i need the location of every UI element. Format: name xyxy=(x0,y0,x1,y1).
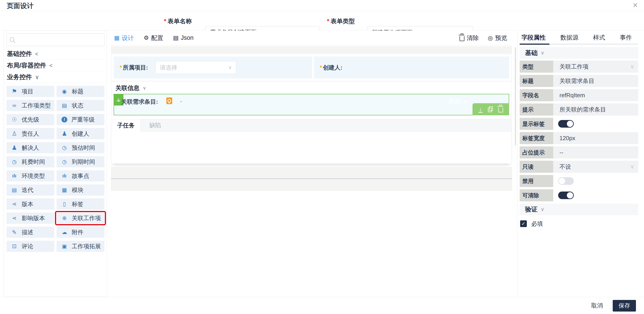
toggle-knob xyxy=(567,192,573,198)
field-label: *所属项目: xyxy=(120,64,148,71)
control-item-description[interactable]: ✎描述 xyxy=(6,227,54,238)
control-item-assignee[interactable]: ♙责任人 xyxy=(6,128,54,139)
control-label: 迭代 xyxy=(22,186,33,194)
category-layout-container-controls[interactable]: 布局/容器控件< xyxy=(4,59,107,71)
status-card-icon: ▤ xyxy=(11,187,18,193)
control-item-module[interactable]: ▦模块 xyxy=(56,184,104,196)
control-item-version[interactable]: ⋖版本 xyxy=(6,198,54,210)
control-label: 工作项拓展 xyxy=(72,243,101,250)
control-item-related-work-item[interactable]: ⊕关联工作项 xyxy=(56,213,104,224)
clock-icon: ◷ xyxy=(61,159,68,165)
prop-row-show-label: 显示标签 xyxy=(520,118,638,130)
prop-value-show-label xyxy=(553,118,638,130)
prop-row-field-name: 字段名refRqItem xyxy=(520,89,638,101)
toggle-clearable[interactable] xyxy=(558,192,574,199)
control-item-spent-time[interactable]: ◷耗费时间 xyxy=(6,156,54,167)
control-item-work-item-extension[interactable]: ▣工作项拓展 xyxy=(56,241,104,252)
prop-value-disabled xyxy=(553,175,638,187)
grid-icon: ▦ xyxy=(61,187,68,193)
control-label: 影响版本 xyxy=(22,214,45,222)
control-item-comment[interactable]: ⊡评论 xyxy=(6,241,54,252)
control-item-affected-version[interactable]: ⋖影响版本 xyxy=(6,213,54,224)
required-asterisk: * xyxy=(120,64,122,71)
save-button[interactable]: 保存 xyxy=(613,300,636,312)
related-info-group: 关联信息 ∨ ↔ ↕ 关联需求条目: - 未知 ∞ ↓ xyxy=(111,81,512,116)
category-business-controls[interactable]: 业务控件∨ xyxy=(4,71,107,83)
control-item-status[interactable]: ▤状态 xyxy=(56,100,104,111)
control-label: 标题 xyxy=(72,88,84,95)
prop-value-placeholder-hint[interactable]: -- xyxy=(553,146,638,158)
prop-value-readonly[interactable]: 不设∨ xyxy=(553,161,638,173)
prop-value-title[interactable]: 关联需求条目 xyxy=(553,75,638,87)
tab-config[interactable]: ⚙ 配置 xyxy=(144,34,163,42)
group-header[interactable]: 关联信息 ∨ xyxy=(111,81,512,95)
panel-tab-field-properties[interactable]: 字段属性 xyxy=(522,33,546,41)
control-item-priority[interactable]: ☉优先级 xyxy=(6,114,54,125)
control-item-work-item-type[interactable]: ∞工作项类型 xyxy=(6,100,54,111)
prop-text: -- xyxy=(560,149,563,156)
selected-field-value: - xyxy=(180,98,182,105)
gear-icon: ⚙ xyxy=(144,34,149,41)
field-block-creator[interactable]: *创建人: xyxy=(314,56,509,78)
prop-value-field-name[interactable]: refRqItem xyxy=(553,89,638,101)
section-basic[interactable]: 基础∨ xyxy=(520,47,638,59)
toggle-show-label[interactable] xyxy=(558,120,574,128)
required-asterisk: * xyxy=(320,64,322,71)
cancel-button[interactable]: 取消 xyxy=(591,302,603,310)
checkbox-icon[interactable]: ✓ xyxy=(520,220,527,227)
prop-value-tooltip[interactable]: 所关联的需求条目 xyxy=(553,103,638,116)
control-label: 描述 xyxy=(22,228,33,236)
control-search xyxy=(6,33,104,46)
clock-icon: ◷ xyxy=(11,159,18,165)
clear-button[interactable]: 清除 xyxy=(460,34,479,42)
control-label: 优先级 xyxy=(22,116,39,124)
scrollbar-thumb[interactable] xyxy=(515,47,516,146)
prop-text: 所关联的需求条目 xyxy=(560,106,606,113)
control-item-due-time[interactable]: ◷到期时间 xyxy=(56,156,104,167)
control-item-iteration[interactable]: ▤迭代 xyxy=(6,184,54,196)
control-item-project[interactable]: ⚑项目 xyxy=(6,86,54,97)
tab-design[interactable]: ▦ 设计 xyxy=(114,34,134,42)
prop-value-type[interactable]: 关联工作项∨ xyxy=(553,60,638,73)
prop-label: 只读 xyxy=(520,161,553,173)
control-item-attachment[interactable]: ☁附件 xyxy=(56,227,104,238)
control-item-tag[interactable]: ▯标签 xyxy=(56,198,104,210)
category-basic-controls[interactable]: 基础控件< xyxy=(4,48,107,59)
prop-label: 必填 xyxy=(531,220,543,228)
panel-tab-style[interactable]: 样式 xyxy=(593,33,605,41)
selected-field-label: 关联需求条目: xyxy=(121,98,158,106)
chevron-down-icon: ∨ xyxy=(541,207,544,212)
preview-button[interactable]: ◎ 预览 xyxy=(488,34,507,42)
target-icon: ⊕ xyxy=(61,215,68,221)
toggle-disabled[interactable] xyxy=(558,177,574,185)
copy-icon[interactable] xyxy=(488,106,493,112)
download-icon[interactable]: ↓ xyxy=(478,106,482,113)
flag-icon: ⚑ xyxy=(11,88,18,95)
control-item-title[interactable]: ◉标题 xyxy=(56,86,104,97)
control-item-estimated-time[interactable]: ◷预估时间 xyxy=(56,142,104,153)
control-item-creator[interactable]: ♟创建人 xyxy=(56,128,104,139)
panel-tab-data-source[interactable]: 数据源 xyxy=(560,33,578,41)
delete-icon[interactable] xyxy=(498,107,503,112)
control-item-resolver[interactable]: ♟解决人 xyxy=(6,142,54,153)
tab-defect[interactable]: 缺陷 xyxy=(141,119,170,131)
control-item-severity[interactable]: !严重等级 xyxy=(56,114,104,125)
control-label: 状态 xyxy=(72,102,84,109)
search-input[interactable] xyxy=(17,34,103,46)
control-item-story-points[interactable]: ılı故事点 xyxy=(56,170,104,181)
category-list: 基础控件<布局/容器控件<业务控件∨ xyxy=(4,48,107,83)
panel-tab-events[interactable]: 事件 xyxy=(620,33,632,41)
control-item-environment-type[interactable]: ılı环境类型 xyxy=(6,170,54,181)
prop-value-label-width[interactable]: 120px xyxy=(553,132,638,144)
tab-json[interactable]: ▤ Json xyxy=(173,34,194,41)
prop-label: 类型 xyxy=(520,60,553,73)
close-icon[interactable]: × xyxy=(633,0,638,10)
project-select[interactable]: 请选择 ∨ xyxy=(156,61,236,74)
field-label-text: 创建人: xyxy=(323,64,342,71)
form-name-label-text: 表单名称 xyxy=(168,18,192,24)
selected-field-row[interactable]: ↔ ↕ 关联需求条目: - 未知 ∞ ↓ xyxy=(114,94,509,115)
chevron-down-icon: ∨ xyxy=(143,85,146,91)
field-block-project[interactable]: *所属项目: 请选择 ∨ xyxy=(114,56,312,78)
tab-subtask[interactable]: 子任务 xyxy=(111,119,141,131)
section-validation[interactable]: 验证∨ xyxy=(520,204,638,215)
